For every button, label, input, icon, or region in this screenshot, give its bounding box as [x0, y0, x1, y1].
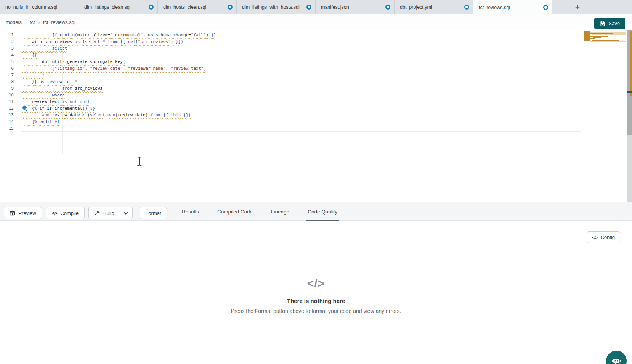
config-button[interactable]: </> Config [587, 231, 620, 243]
empty-state-title: There is nothing here [0, 298, 632, 304]
line-number: 5 [0, 58, 14, 65]
line-number: 13 [0, 112, 14, 119]
editor-toolbar: Preview </> Compile Build Format Results… [0, 202, 632, 221]
minimap-block [590, 36, 608, 37]
panel-tab-code-quality[interactable]: Code Quality [306, 202, 339, 221]
code-line: with src_reviews as (select * from {{ re… [22, 38, 183, 45]
minimap-block [592, 34, 626, 35]
line-number: 6 [0, 65, 14, 72]
line-number: 15 [0, 125, 14, 132]
minimap-block [584, 31, 590, 41]
overview-cursor-marker [627, 91, 632, 93]
build-split-button: Build [88, 207, 133, 219]
tab-filename: dim_listings_clean.sql [84, 5, 146, 10]
minimap-block [613, 33, 626, 34]
line-number: 11 [0, 98, 14, 105]
tab-filename: dim_hosts_clean.sql [163, 5, 225, 10]
preview-grid-icon [10, 210, 15, 216]
line-number: 14 [0, 119, 14, 125]
editor-tab[interactable]: dbt_project.yml [395, 0, 473, 14]
line-number: 2 [0, 38, 14, 45]
build-label: Build [103, 210, 114, 216]
save-icon [600, 21, 605, 26]
code-line: from src_reviews [22, 85, 103, 92]
current-line-highlight [21, 125, 581, 132]
preview-button[interactable]: Preview [4, 207, 42, 219]
tab-filename: no_nulls_in_columns.sql [5, 5, 75, 10]
preview-label: Preview [18, 210, 36, 216]
minimap[interactable] [584, 31, 627, 43]
chat-assistant-button[interactable] [606, 351, 627, 364]
unsaved-changes-dot [149, 5, 154, 10]
panel-tab-compiled-code[interactable]: Compiled Code [215, 202, 255, 221]
minimap-block [592, 40, 619, 41]
compile-button[interactable]: </> Compile [46, 207, 85, 219]
line-number: 9 [0, 85, 14, 92]
code-line: dbt_utils.generate_surrogate_key( [22, 58, 125, 65]
chevron-down-icon [123, 212, 128, 215]
unsaved-changes-dot [385, 5, 390, 10]
line-number: 1 [0, 32, 14, 38]
minimap-block [590, 38, 595, 40]
empty-state-subtitle: Press the Format button above to format … [0, 308, 632, 314]
panel-tabs: ResultsCompiled CodeLineageCode Quality [180, 202, 339, 221]
code-line: and review_date > (select max(review_dat… [22, 112, 191, 119]
mouse-ibeam-cursor [136, 156, 143, 168]
line-number: 8 [0, 79, 14, 85]
file-header-bar: models›fct›fct_reviews.sql Save [0, 14, 632, 30]
breadcrumb-chevron-icon: › [25, 20, 27, 25]
breadcrumb-segment[interactable]: fct [30, 19, 35, 25]
line-number: 7 [0, 72, 14, 79]
line-number: 10 [0, 92, 14, 99]
code-brackets-icon: </> [52, 211, 57, 215]
panel-tab-results[interactable]: Results [180, 202, 201, 221]
breadcrumb-segment[interactable]: models [6, 19, 22, 25]
format-button[interactable]: Format [140, 207, 167, 219]
build-dropdown-button[interactable] [119, 207, 132, 219]
breadcrumb-segment[interactable]: fct_reviews.sql [43, 19, 75, 25]
minimap-block [593, 37, 601, 38]
overview-warning-stripe [630, 31, 632, 96]
code-brackets-icon: </> [592, 235, 597, 240]
editor-tab[interactable]: manifest.json [316, 0, 395, 14]
text-cursor [22, 126, 22, 131]
config-label: Config [600, 234, 615, 240]
panel-tab-lineage[interactable]: Lineage [269, 202, 291, 221]
editor-scrollbar[interactable] [627, 30, 632, 202]
breadcrumb: models›fct›fct_reviews.sql [6, 14, 75, 30]
line-number: 3 [0, 45, 14, 52]
format-label: Format [145, 210, 161, 216]
code-editor[interactable]: 1 {{ config(materialized="incremental", … [0, 30, 632, 202]
tab-filename: fct_reviews.sql [479, 5, 541, 10]
tab-filename: dim_listings_with_hosts.sql [242, 5, 304, 10]
new-tab-button[interactable]: + [571, 3, 584, 11]
minimap-block [590, 41, 626, 42]
empty-state: </> There is nothing here Press the Form… [0, 277, 632, 314]
code-quality-panel: </> Config </> There is nothing here Pre… [0, 221, 632, 364]
tab-filename: dbt_project.yml [400, 5, 462, 10]
code-line: ["listing_id", "review_date", "reviewer_… [22, 65, 206, 72]
unsaved-changes-dot [464, 5, 469, 10]
code-line: ) [22, 72, 45, 79]
editor-tab[interactable]: fct_reviews.sql [473, 0, 552, 15]
line-number: 12 [0, 105, 14, 112]
unsaved-changes-dot [306, 5, 311, 10]
save-label: Save [608, 21, 620, 26]
editor-tab[interactable]: no_nulls_in_columns.sql [0, 0, 79, 14]
compile-label: Compile [60, 210, 79, 216]
line-number: 4 [0, 52, 14, 59]
code-line: {{ [22, 52, 37, 59]
code-brackets-large-icon: </> [0, 277, 632, 290]
code-line: {% endif %} [22, 119, 59, 125]
code-line: review_text is not null [22, 98, 90, 105]
editor-tab[interactable]: dim_hosts_clean.sql [158, 0, 237, 14]
minimap-block [590, 33, 613, 34]
code-line: select [22, 45, 67, 52]
build-button[interactable]: Build [89, 207, 119, 219]
robot-chat-icon [611, 356, 621, 364]
minimap-block [590, 32, 626, 33]
save-button[interactable]: Save [594, 18, 625, 29]
unsaved-changes-dot [228, 5, 233, 10]
editor-tab[interactable]: dim_listings_clean.sql [79, 0, 158, 14]
editor-tab[interactable]: dim_listings_with_hosts.sql [237, 0, 316, 14]
